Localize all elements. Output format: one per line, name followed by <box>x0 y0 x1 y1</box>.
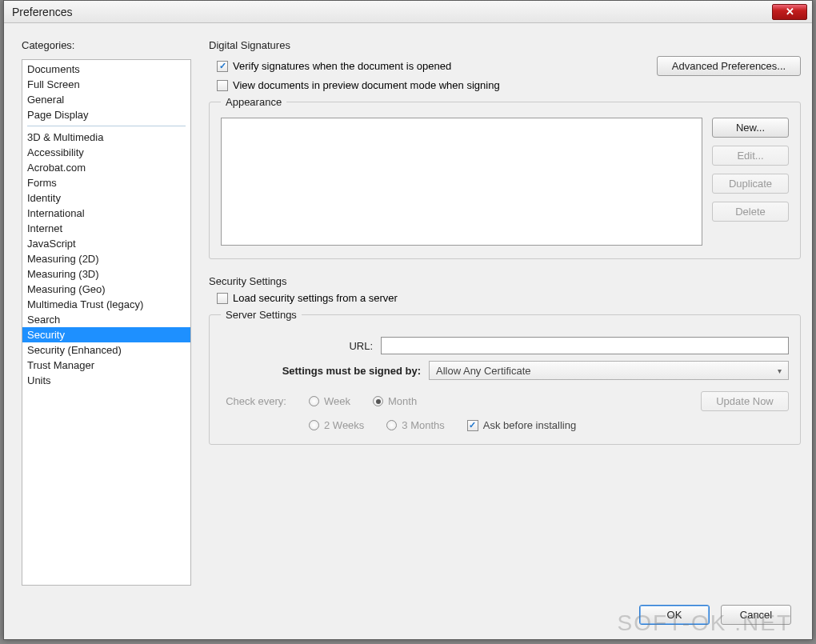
update-now-button[interactable]: Update Now <box>701 391 789 411</box>
duplicate-button[interactable]: Duplicate <box>712 174 789 194</box>
category-item[interactable]: Documents <box>22 62 190 77</box>
radio-icon <box>309 396 319 406</box>
chevron-down-icon: ▾ <box>778 366 782 375</box>
check-every-label: Check every: <box>224 395 286 407</box>
appearance-buttons: New... Edit... Duplicate Delete <box>712 118 789 246</box>
interval-week[interactable]: Week <box>309 395 350 407</box>
url-label: URL: <box>221 340 373 352</box>
category-item[interactable]: International <box>22 206 190 221</box>
category-item[interactable]: Internet <box>22 221 190 236</box>
dialog-body: Categories: DocumentsFull ScreenGeneralP… <box>4 23 812 594</box>
advanced-preferences-button[interactable]: Advanced Preferences... <box>657 56 801 76</box>
category-item[interactable]: Identity <box>22 190 190 206</box>
interval-3months[interactable]: 3 Months <box>386 419 444 431</box>
digital-signatures-heading: Digital Signatures <box>209 39 801 51</box>
load-settings-label: Load security settings from a server <box>233 292 398 304</box>
interval-2weeks[interactable]: 2 Weeks <box>309 419 364 431</box>
cancel-button[interactable]: Cancel <box>721 605 791 625</box>
preview-mode-label: View documents in preview document mode … <box>233 79 500 91</box>
category-item[interactable]: JavaScript <box>22 236 190 251</box>
radio-icon <box>373 396 383 406</box>
category-item[interactable]: Security <box>22 327 190 342</box>
digital-signatures-section: Digital Signatures Verify signatures whe… <box>209 39 801 259</box>
signed-by-value: Allow Any Certificate <box>436 365 531 377</box>
window-title: Preferences <box>12 6 772 18</box>
category-separator <box>27 126 186 126</box>
category-item[interactable]: Full Screen <box>22 77 190 92</box>
dialog-footer: OK Cancel <box>4 594 812 639</box>
server-settings-fieldset: Server Settings URL: Settings must be si… <box>209 309 801 445</box>
server-settings-legend: Server Settings <box>221 309 302 321</box>
category-item[interactable]: Measuring (3D) <box>22 266 190 282</box>
signed-by-select[interactable]: Allow Any Certificate ▾ <box>429 361 789 380</box>
categories-list[interactable]: DocumentsFull ScreenGeneralPage Display3… <box>22 59 191 586</box>
close-button[interactable]: ✕ <box>772 4 807 20</box>
category-item[interactable]: 3D & Multimedia <box>22 130 190 145</box>
ask-before-installing[interactable]: Ask before installing <box>467 419 576 431</box>
category-item[interactable]: Page Display <box>22 107 190 122</box>
new-button[interactable]: New... <box>712 118 789 138</box>
security-settings-section: Security Settings Load security settings… <box>209 275 801 445</box>
category-item[interactable]: Accessibility <box>22 145 190 160</box>
category-item[interactable]: General <box>22 92 190 107</box>
security-settings-heading: Security Settings <box>209 275 801 287</box>
url-input[interactable] <box>381 337 789 354</box>
category-item[interactable]: Measuring (Geo) <box>22 282 190 297</box>
preview-mode-checkbox[interactable] <box>217 80 228 91</box>
ask-checkbox[interactable] <box>467 420 478 431</box>
preferences-window: Preferences ✕ Categories: DocumentsFull … <box>3 0 813 640</box>
category-item[interactable]: Trust Manager <box>22 358 190 373</box>
categories-label: Categories: <box>22 39 191 51</box>
load-settings-checkbox[interactable] <box>217 293 228 304</box>
delete-button[interactable]: Delete <box>712 202 789 222</box>
verify-signatures-checkbox[interactable] <box>217 61 228 72</box>
edit-button[interactable]: Edit... <box>712 146 789 166</box>
category-item[interactable]: Multimedia Trust (legacy) <box>22 297 190 312</box>
interval-month[interactable]: Month <box>373 395 417 407</box>
category-item[interactable]: Forms <box>22 175 190 190</box>
radio-icon <box>309 420 319 430</box>
ok-button[interactable]: OK <box>639 605 710 625</box>
category-item[interactable]: Measuring (2D) <box>22 251 190 266</box>
category-item[interactable]: Acrobat.com <box>22 160 190 175</box>
appearance-fieldset: Appearance New... Edit... Duplicate Dele… <box>209 96 801 259</box>
main-panel: Digital Signatures Verify signatures whe… <box>209 39 801 586</box>
category-item[interactable]: Units <box>22 373 190 388</box>
radio-icon <box>386 420 397 430</box>
appearance-legend: Appearance <box>221 96 286 108</box>
appearance-list[interactable] <box>221 118 702 246</box>
category-item[interactable]: Security (Enhanced) <box>22 342 190 358</box>
category-item[interactable]: Search <box>22 312 190 327</box>
signed-by-label: Settings must be signed by: <box>221 365 421 377</box>
verify-signatures-label: Verify signatures when the document is o… <box>233 60 451 72</box>
categories-sidebar: Categories: DocumentsFull ScreenGeneralP… <box>22 39 191 586</box>
titlebar: Preferences ✕ <box>4 1 812 23</box>
